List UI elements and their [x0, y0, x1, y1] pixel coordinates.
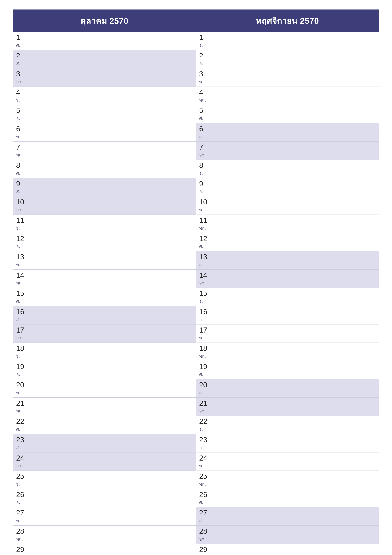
day-name: อา. [16, 206, 193, 213]
day-number: 7 [16, 143, 193, 151]
day-name: พฤ. [16, 535, 193, 542]
calendar-container: ตุลาคม 2570พฤศจิกายน 25701ศ.2ส.3อา.4จ.5อ… [13, 9, 379, 555]
month-header-1: พฤศจิกายน 2570 [196, 10, 379, 32]
day-name: ศ. [16, 298, 193, 305]
day-number: 6 [199, 125, 376, 133]
day-row-m0-16: 17อา. [13, 324, 196, 343]
day-name: จ. [199, 42, 376, 49]
day-row-m0-11: 12อ. [13, 233, 196, 251]
day-row-m0-27: 28พฤ. [13, 526, 196, 544]
day-number: 27 [16, 509, 193, 517]
day-row-m0-13: 14พฤ. [13, 270, 196, 288]
day-row-m0-7: 8ศ. [13, 160, 196, 178]
day-name: ศ. [199, 499, 376, 506]
day-number: 29 [16, 546, 193, 554]
day-number: 27 [199, 509, 376, 517]
day-row-m0-24: 25จ. [13, 471, 196, 489]
day-number: 13 [16, 253, 193, 261]
day-number: 7 [199, 143, 376, 151]
day-number: 21 [199, 399, 376, 407]
day-name: ส. [16, 444, 193, 451]
day-row-m0-10: 11จ. [13, 215, 196, 233]
day-name: จ. [16, 96, 193, 103]
day-row-m1-8: 9อ. [196, 178, 379, 197]
day-name: อ. [199, 60, 376, 67]
day-row-m0-20: 21พฤ. [13, 398, 196, 416]
day-row-m0-19: 20พ. [13, 379, 196, 398]
day-row-m1-27: 28อา. [196, 526, 379, 544]
day-name: พฤ. [16, 407, 193, 414]
day-name: พฤ. [199, 353, 376, 360]
day-name: ส. [199, 261, 376, 268]
day-row-m1-6: 7อา. [196, 142, 379, 160]
day-name: ส. [199, 133, 376, 140]
page: ตุลาคม 2570พฤศจิกายน 25701ศ.2ส.3อา.4จ.5อ… [0, 0, 392, 555]
day-number: 17 [199, 326, 376, 334]
day-number: 21 [16, 399, 193, 407]
day-number: 19 [16, 363, 193, 371]
day-number: 3 [199, 70, 376, 78]
day-row-m1-23: 24พ. [196, 453, 379, 471]
day-name: พฤ. [199, 96, 376, 103]
day-row-m0-28: 29ศ. [13, 544, 196, 555]
day-name: ส. [16, 316, 193, 323]
day-number: 13 [199, 253, 376, 261]
day-row-m0-3: 4จ. [13, 87, 196, 105]
day-name: ส. [16, 188, 193, 195]
day-number: 11 [199, 216, 376, 224]
calendar-grid: ตุลาคม 2570พฤศจิกายน 25701ศ.2ส.3อา.4จ.5อ… [13, 9, 379, 555]
day-number: 25 [16, 472, 193, 480]
day-number: 5 [199, 106, 376, 115]
day-row-m0-6: 7พฤ. [13, 142, 196, 160]
day-name: ศ. [16, 170, 193, 177]
day-name: อา. [199, 535, 376, 542]
day-row-m1-25: 26ศ. [196, 489, 379, 507]
day-row-m1-22: 23อ. [196, 434, 379, 453]
day-number: 10 [199, 198, 376, 206]
day-number: 9 [16, 180, 193, 188]
day-number: 15 [16, 289, 193, 297]
day-name: พฤ. [199, 481, 376, 488]
day-name: พ. [199, 462, 376, 469]
day-name: อ. [16, 371, 193, 378]
day-name: พ. [199, 334, 376, 341]
day-name: อ. [199, 188, 376, 195]
day-name: พฤ. [16, 151, 193, 158]
day-row-m1-21: 22จ. [196, 416, 379, 434]
day-name: อ. [16, 499, 193, 506]
day-number: 12 [16, 235, 193, 243]
day-name: พฤ. [16, 279, 193, 286]
day-name: จ. [16, 481, 193, 488]
day-name: จ. [16, 225, 193, 232]
day-row-m0-15: 16ส. [13, 306, 196, 324]
days-column-1: 1จ.2อ.3พ.4พฤ.5ศ.6ส.7อา.8จ.9อ.10พ.11พฤ.12… [196, 32, 379, 555]
day-name: จ. [199, 298, 376, 305]
day-number: 9 [199, 180, 376, 188]
day-number: 8 [199, 161, 376, 169]
day-number: 19 [199, 363, 376, 371]
day-row-m1-3: 4พฤ. [196, 87, 379, 105]
day-row-m0-1: 2ส. [13, 50, 196, 68]
day-name: พ. [16, 133, 193, 140]
days-column-0: 1ศ.2ส.3อา.4จ.5อ.6พ.7พฤ.8ศ.9ส.10อา.11จ.12… [13, 32, 196, 555]
day-row-m1-18: 19ศ. [196, 361, 379, 380]
day-name: จ. [199, 170, 376, 177]
day-name: อ. [16, 115, 193, 122]
day-name: อ. [16, 243, 193, 250]
day-number: 15 [199, 289, 376, 297]
day-number: 5 [16, 106, 193, 115]
day-row-m0-22: 23ส. [13, 434, 196, 453]
day-row-m0-26: 27พ. [13, 507, 196, 526]
day-row-m0-17: 18จ. [13, 343, 196, 361]
day-row-m0-5: 6พ. [13, 123, 196, 142]
day-number: 4 [199, 88, 376, 96]
day-number: 17 [16, 326, 193, 334]
day-row-m1-16: 17พ. [196, 324, 379, 343]
day-name: อา. [199, 151, 376, 158]
day-number: 23 [199, 436, 376, 444]
day-row-m0-9: 10อา. [13, 196, 196, 215]
day-name: พ. [199, 206, 376, 213]
day-name: อ. [199, 316, 376, 323]
day-row-m1-10: 11พฤ. [196, 215, 379, 233]
day-name: ศ. [16, 426, 193, 433]
